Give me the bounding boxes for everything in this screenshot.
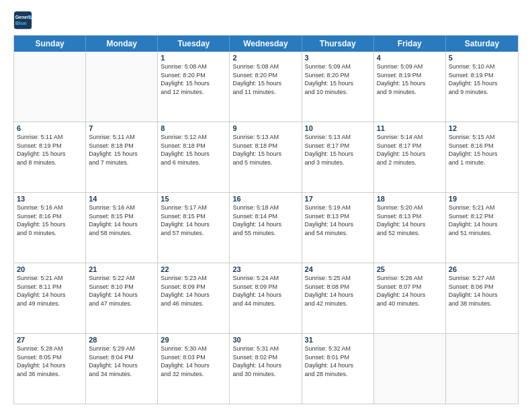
- calendar-cell: 26Sunrise: 5:27 AM Sunset: 8:06 PM Dayli…: [446, 263, 518, 333]
- calendar-cell: 6Sunrise: 5:11 AM Sunset: 8:19 PM Daylig…: [14, 122, 86, 192]
- cell-info: Sunrise: 5:08 AM Sunset: 8:20 PM Dayligh…: [161, 62, 226, 96]
- calendar-cell: 23Sunrise: 5:24 AM Sunset: 8:09 PM Dayli…: [230, 263, 302, 333]
- day-number: 31: [305, 336, 371, 344]
- calendar-cell: 21Sunrise: 5:22 AM Sunset: 8:10 PM Dayli…: [86, 263, 158, 333]
- day-number: 1: [161, 54, 226, 62]
- day-number: 14: [89, 195, 154, 203]
- cell-info: Sunrise: 5:24 AM Sunset: 8:09 PM Dayligh…: [232, 274, 298, 308]
- cell-info: Sunrise: 5:28 AM Sunset: 8:05 PM Dayligh…: [17, 345, 83, 378]
- calendar-cell: 8Sunrise: 5:12 AM Sunset: 8:18 PM Daylig…: [158, 122, 230, 192]
- day-number: 10: [305, 124, 371, 132]
- calendar-row: 27Sunrise: 5:28 AM Sunset: 8:05 PM Dayli…: [14, 333, 518, 404]
- calendar-cell: 17Sunrise: 5:19 AM Sunset: 8:13 PM Dayli…: [302, 193, 374, 263]
- weekday-header: Monday: [86, 36, 158, 52]
- day-number: 5: [449, 54, 515, 62]
- cell-info: Sunrise: 5:21 AM Sunset: 8:12 PM Dayligh…: [449, 203, 515, 237]
- day-number: 13: [17, 195, 83, 203]
- calendar-cell: [374, 334, 446, 404]
- calendar-cell: 24Sunrise: 5:25 AM Sunset: 8:08 PM Dayli…: [302, 263, 374, 333]
- cell-info: Sunrise: 5:21 AM Sunset: 8:11 PM Dayligh…: [17, 274, 83, 308]
- calendar-cell: 28Sunrise: 5:29 AM Sunset: 8:04 PM Dayli…: [86, 334, 158, 404]
- day-number: 11: [377, 124, 443, 132]
- cell-info: Sunrise: 5:26 AM Sunset: 8:07 PM Dayligh…: [377, 274, 443, 308]
- calendar-row: 1Sunrise: 5:08 AM Sunset: 8:20 PM Daylig…: [14, 52, 518, 122]
- calendar-cell: 29Sunrise: 5:30 AM Sunset: 8:03 PM Dayli…: [158, 334, 230, 404]
- cell-info: Sunrise: 5:09 AM Sunset: 8:19 PM Dayligh…: [377, 62, 443, 96]
- cell-info: Sunrise: 5:16 AM Sunset: 8:15 PM Dayligh…: [89, 203, 154, 237]
- calendar-cell: [86, 52, 158, 122]
- calendar-cell: 22Sunrise: 5:23 AM Sunset: 8:09 PM Dayli…: [158, 263, 230, 333]
- cell-info: Sunrise: 5:16 AM Sunset: 8:16 PM Dayligh…: [17, 203, 83, 237]
- cell-info: Sunrise: 5:11 AM Sunset: 8:19 PM Dayligh…: [17, 133, 83, 167]
- day-number: 7: [89, 124, 154, 132]
- calendar-row: 20Sunrise: 5:21 AM Sunset: 8:11 PM Dayli…: [14, 263, 518, 333]
- calendar-header: SundayMondayTuesdayWednesdayThursdayFrid…: [14, 36, 518, 52]
- weekday-header: Thursday: [302, 36, 374, 52]
- calendar-cell: 1Sunrise: 5:08 AM Sunset: 8:20 PM Daylig…: [158, 52, 230, 122]
- calendar-cell: 9Sunrise: 5:13 AM Sunset: 8:18 PM Daylig…: [230, 122, 302, 192]
- calendar-cell: 14Sunrise: 5:16 AM Sunset: 8:15 PM Dayli…: [86, 193, 158, 263]
- calendar-cell: 31Sunrise: 5:32 AM Sunset: 8:01 PM Dayli…: [302, 334, 374, 404]
- cell-info: Sunrise: 5:09 AM Sunset: 8:20 PM Dayligh…: [305, 62, 371, 96]
- calendar-cell: 13Sunrise: 5:16 AM Sunset: 8:16 PM Dayli…: [14, 193, 86, 263]
- weekday-header: Saturday: [446, 36, 518, 52]
- page: General Blue SundayMondayTuesdayWednesda…: [0, 0, 532, 411]
- logo: General Blue: [13, 11, 35, 30]
- day-number: 4: [377, 54, 443, 62]
- cell-info: Sunrise: 5:08 AM Sunset: 8:20 PM Dayligh…: [232, 62, 298, 96]
- calendar-cell: 16Sunrise: 5:18 AM Sunset: 8:14 PM Dayli…: [230, 193, 302, 263]
- cell-info: Sunrise: 5:29 AM Sunset: 8:04 PM Dayligh…: [89, 345, 154, 378]
- day-number: 27: [17, 336, 83, 344]
- day-number: 6: [17, 124, 83, 132]
- calendar-cell: 27Sunrise: 5:28 AM Sunset: 8:05 PM Dayli…: [14, 334, 86, 404]
- calendar-cell: 15Sunrise: 5:17 AM Sunset: 8:15 PM Dayli…: [158, 193, 230, 263]
- cell-info: Sunrise: 5:23 AM Sunset: 8:09 PM Dayligh…: [161, 274, 226, 308]
- calendar-cell: 19Sunrise: 5:21 AM Sunset: 8:12 PM Dayli…: [446, 193, 518, 263]
- weekday-header: Sunday: [14, 36, 86, 52]
- calendar-cell: 12Sunrise: 5:15 AM Sunset: 8:16 PM Dayli…: [446, 122, 518, 192]
- cell-info: Sunrise: 5:13 AM Sunset: 8:18 PM Dayligh…: [232, 133, 298, 167]
- calendar-cell: 10Sunrise: 5:13 AM Sunset: 8:17 PM Dayli…: [302, 122, 374, 192]
- calendar-cell: 25Sunrise: 5:26 AM Sunset: 8:07 PM Dayli…: [374, 263, 446, 333]
- day-number: 30: [232, 336, 298, 344]
- calendar-cell: 30Sunrise: 5:31 AM Sunset: 8:02 PM Dayli…: [230, 334, 302, 404]
- cell-info: Sunrise: 5:10 AM Sunset: 8:19 PM Dayligh…: [449, 62, 515, 96]
- calendar: SundayMondayTuesdayWednesdayThursdayFrid…: [13, 35, 519, 404]
- calendar-row: 13Sunrise: 5:16 AM Sunset: 8:16 PM Dayli…: [14, 192, 518, 263]
- cell-info: Sunrise: 5:17 AM Sunset: 8:15 PM Dayligh…: [161, 203, 226, 237]
- calendar-body: 1Sunrise: 5:08 AM Sunset: 8:20 PM Daylig…: [14, 52, 518, 404]
- cell-info: Sunrise: 5:19 AM Sunset: 8:13 PM Dayligh…: [305, 203, 371, 237]
- cell-info: Sunrise: 5:12 AM Sunset: 8:18 PM Dayligh…: [161, 133, 226, 167]
- cell-info: Sunrise: 5:13 AM Sunset: 8:17 PM Dayligh…: [305, 133, 371, 167]
- calendar-cell: 11Sunrise: 5:14 AM Sunset: 8:17 PM Dayli…: [374, 122, 446, 192]
- svg-text:Blue: Blue: [15, 20, 28, 26]
- page-header: General Blue: [13, 11, 519, 30]
- cell-info: Sunrise: 5:22 AM Sunset: 8:10 PM Dayligh…: [89, 274, 154, 308]
- weekday-header: Tuesday: [158, 36, 230, 52]
- day-number: 21: [89, 265, 154, 273]
- day-number: 26: [449, 265, 515, 273]
- calendar-cell: 7Sunrise: 5:11 AM Sunset: 8:18 PM Daylig…: [86, 122, 158, 192]
- day-number: 25: [377, 265, 443, 273]
- day-number: 28: [89, 336, 154, 344]
- day-number: 24: [305, 265, 371, 273]
- cell-info: Sunrise: 5:30 AM Sunset: 8:03 PM Dayligh…: [161, 345, 226, 378]
- day-number: 16: [232, 195, 298, 203]
- day-number: 19: [449, 195, 515, 203]
- day-number: 12: [449, 124, 515, 132]
- cell-info: Sunrise: 5:25 AM Sunset: 8:08 PM Dayligh…: [305, 274, 371, 308]
- cell-info: Sunrise: 5:11 AM Sunset: 8:18 PM Dayligh…: [89, 133, 154, 167]
- day-number: 2: [232, 54, 298, 62]
- day-number: 22: [161, 265, 226, 273]
- day-number: 20: [17, 265, 83, 273]
- calendar-cell: 4Sunrise: 5:09 AM Sunset: 8:19 PM Daylig…: [374, 52, 446, 122]
- cell-info: Sunrise: 5:15 AM Sunset: 8:16 PM Dayligh…: [449, 133, 515, 167]
- calendar-cell: 2Sunrise: 5:08 AM Sunset: 8:20 PM Daylig…: [230, 52, 302, 122]
- day-number: 3: [305, 54, 371, 62]
- day-number: 17: [305, 195, 371, 203]
- calendar-cell: 20Sunrise: 5:21 AM Sunset: 8:11 PM Dayli…: [14, 263, 86, 333]
- calendar-cell: 5Sunrise: 5:10 AM Sunset: 8:19 PM Daylig…: [446, 52, 518, 122]
- cell-info: Sunrise: 5:20 AM Sunset: 8:13 PM Dayligh…: [377, 203, 443, 237]
- weekday-header: Wednesday: [230, 36, 302, 52]
- day-number: 23: [232, 265, 298, 273]
